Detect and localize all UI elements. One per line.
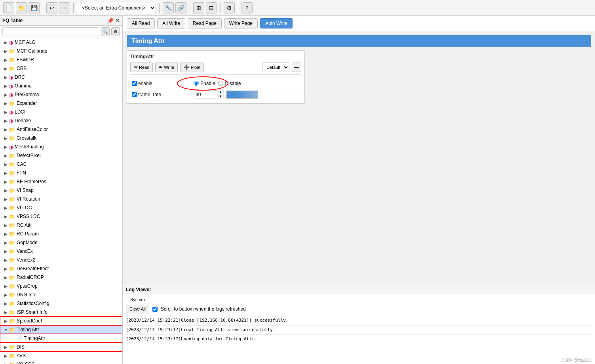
auto-write-button[interactable]: Auto Write	[260, 18, 293, 28]
tree-expand-vi-rotation[interactable]: ▶	[3, 196, 9, 202]
tree-item-meshshading[interactable]: ▶◑MeshShading	[0, 142, 122, 151]
tree-item-spreadcoef[interactable]: ▶📁SpreadCoef	[0, 317, 122, 325]
tree-item-mcf-calibrate[interactable]: ▶📁MCF Calibrate	[0, 47, 122, 55]
panel-pin-icon[interactable]: 📌	[107, 17, 114, 24]
tree-item-crb[interactable]: ▶📁CRB	[0, 64, 122, 73]
tree-expand-dehaze[interactable]: ▶	[3, 118, 9, 123]
tree-expand-debreatheffect[interactable]: ▶	[3, 266, 9, 271]
redo-button[interactable]: ↪	[59, 2, 70, 13]
tree-item-isp-smart-info[interactable]: ▶📁ISP Smart Info	[0, 308, 122, 317]
tree-expand-mcf-alg[interactable]: ▶	[3, 40, 9, 45]
open-button[interactable]: 📁	[16, 2, 27, 13]
tree-expand-rc-attr[interactable]: ▶	[3, 222, 9, 228]
tree-expand-statisticsconfig[interactable]: ▶	[3, 301, 9, 306]
settings-button[interactable]: ⚙	[224, 2, 235, 13]
tree-item-fswdr[interactable]: ▶📁FSWDR	[0, 55, 122, 64]
tree-expand-expander[interactable]: ▶	[3, 100, 9, 106]
tree-item-gamma[interactable]: ▶◑Gamma	[0, 82, 122, 90]
tree-item-vpsscrop[interactable]: ▶📁VpssCrop	[0, 282, 122, 290]
link-button[interactable]: 🔗	[175, 2, 186, 13]
tree-expand-antifalsecolor[interactable]: ▶	[3, 127, 9, 132]
tree-item-vpss-ldc[interactable]: ▶📁VPSS LDC	[0, 212, 122, 221]
tree-expand-vencex2[interactable]: ▶	[3, 257, 9, 263]
all-read-button[interactable]: All Read	[127, 18, 155, 28]
tree-expand-isp-smart-info[interactable]: ▶	[3, 309, 9, 315]
panel-close-icon[interactable]: ✕	[115, 17, 120, 24]
tree-expand-dng-info[interactable]: ▶	[3, 292, 9, 298]
tree-expand-crb[interactable]: ▶	[3, 66, 9, 71]
tree-expand-radialcrop[interactable]: ▶	[3, 275, 9, 280]
tree-item-pregamma[interactable]: ▶◑PreGamma	[0, 90, 122, 99]
tree-item-vi-ldc[interactable]: ▶📁VI LDC	[0, 203, 122, 212]
tree-item-defectpixel[interactable]: ▶📁DefectPixel	[0, 151, 122, 160]
tree-item-vi-rotation[interactable]: ▶📁VI Rotation	[0, 195, 122, 203]
frame-rate-input[interactable]	[194, 90, 217, 99]
tree-item-gopmode[interactable]: ▶📁GopMode	[0, 238, 122, 247]
tree-expand-fswdr[interactable]: ▶	[3, 57, 9, 63]
save-button[interactable]: 💾	[29, 2, 40, 13]
tree-item-timing-attr-child[interactable]: 📄TimingAttr	[0, 334, 122, 343]
tree-expand-vencex[interactable]: ▶	[3, 248, 9, 254]
frame-rate-checkbox[interactable]	[130, 92, 138, 97]
tree-expand-vi-snap[interactable]: ▶	[3, 188, 9, 193]
tree-item-cac[interactable]: ▶📁CAC	[0, 160, 122, 169]
grid-button[interactable]: ⊞	[193, 2, 204, 13]
tree-item-debreatheffect[interactable]: ▶📁DeBreathEffect	[0, 264, 122, 273]
tool-button[interactable]: 🔧	[163, 2, 174, 13]
tree-item-fpn[interactable]: ▶📁FPN	[0, 169, 122, 177]
float-button[interactable]: ➕ Float	[180, 63, 204, 72]
read-button[interactable]: ✏ Read	[130, 63, 153, 72]
write-page-button[interactable]: Write Page	[224, 18, 258, 28]
tree-expand-dis[interactable]: ▶	[3, 344, 9, 350]
tree-expand-pregamma[interactable]: ▶	[3, 92, 9, 97]
tree-item-mcf-alg[interactable]: ▶◑MCF ALG	[0, 38, 122, 47]
tree-item-crosstalk[interactable]: ▶📁Crosstalk	[0, 134, 122, 142]
log-tab-system[interactable]: System	[126, 296, 149, 303]
read-page-button[interactable]: Read Page	[188, 18, 222, 28]
all-write-button[interactable]: All Write	[157, 18, 185, 28]
tree-item-be-framepos[interactable]: ▶📁BE FramePos	[0, 177, 122, 186]
tree-item-ldci[interactable]: ▶◑LDCI	[0, 108, 122, 116]
tree-expand-meshshading[interactable]: ▶	[3, 144, 9, 150]
tree-expand-gamma[interactable]: ▶	[3, 83, 9, 89]
enable-radio-enable[interactable]: Enable	[194, 81, 215, 86]
search-input[interactable]	[2, 27, 99, 36]
tree-item-vi-snap[interactable]: ▶📁VI Snap	[0, 186, 122, 195]
tree-expand-vo-csc[interactable]: ▶	[3, 362, 9, 364]
spinner-down-button[interactable]: ▼	[217, 95, 224, 99]
tree-expand-defectpixel[interactable]: ▶	[3, 153, 9, 158]
tree-item-radialcrop[interactable]: ▶📁RadialCROP	[0, 273, 122, 282]
tree-expand-be-framepos[interactable]: ▶	[3, 179, 9, 184]
tree-expand-avs[interactable]: ▶	[3, 353, 9, 358]
undo-button[interactable]: ↩	[46, 2, 57, 13]
tree-expand-timing-attr[interactable]: ▼	[3, 327, 9, 332]
tree-item-dehaze[interactable]: ▶◑Dehaze	[0, 116, 122, 125]
tree-item-dis[interactable]: ▶📁DIS	[0, 343, 122, 351]
tree-expand-mcf-calibrate[interactable]: ▶	[3, 48, 9, 54]
filter-settings-button[interactable]: ⚙	[111, 27, 120, 36]
collapse-button[interactable]: —	[292, 63, 301, 72]
write-button[interactable]: ✒ Write	[155, 63, 177, 72]
tree-expand-gopmode[interactable]: ▶	[3, 240, 9, 245]
tree-item-vo-csc[interactable]: ▶📁VO CSC	[0, 360, 122, 364]
help-button[interactable]: ?	[241, 2, 253, 13]
tree-expand-drc[interactable]: ▶	[3, 74, 9, 80]
tree-expand-rc-param[interactable]: ▶	[3, 231, 9, 237]
spinner-up-button[interactable]: ▲	[217, 90, 224, 95]
export-button[interactable]: ⊟	[206, 2, 217, 13]
tree-expand-ldci[interactable]: ▶	[3, 109, 9, 115]
tree-item-timing-attr[interactable]: ▼📁Timing Attr	[0, 325, 122, 334]
search-button[interactable]: 🔍	[101, 27, 110, 36]
tree-item-vencex2[interactable]: ▶📁VencEx2	[0, 256, 122, 264]
scroll-checkbox[interactable]	[152, 307, 158, 312]
default-dropdown[interactable]: Default	[262, 63, 289, 72]
tree-item-rc-attr[interactable]: ▶📁RC Attr	[0, 221, 122, 229]
enable-checkbox[interactable]	[130, 81, 138, 86]
enable-radio-disable[interactable]: Disable	[218, 81, 241, 86]
clear-all-button[interactable]: Clear All	[126, 305, 149, 313]
tree-item-antifalsecolor[interactable]: ▶📁AntiFalseColor	[0, 125, 122, 134]
tree-item-avs[interactable]: ▶📁AVS	[0, 351, 122, 360]
extra-component-dropdown[interactable]: <Select an Extra Component>	[77, 3, 156, 13]
tree-expand-vi-ldc[interactable]: ▶	[3, 205, 9, 210]
tree-expand-vpss-ldc[interactable]: ▶	[3, 214, 9, 219]
